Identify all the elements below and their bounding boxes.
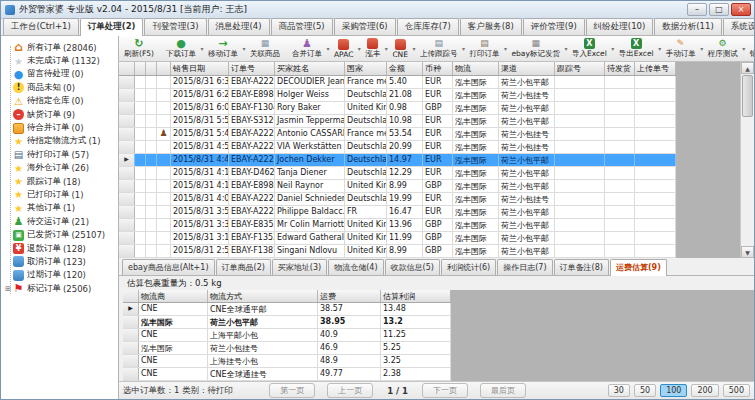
detail-tab[interactable]: 利润统计(6) bbox=[441, 259, 496, 275]
page-size-button[interactable]: 200 bbox=[691, 384, 718, 397]
freight-row[interactable]: 泓丰国际 荷兰小包挂号 46.9 5.25 bbox=[123, 342, 451, 355]
column-header-provider[interactable]: 物流商 bbox=[139, 290, 208, 302]
sidebar-item[interactable]: 未完成订单 (1132) bbox=[5, 54, 118, 67]
detail-tab[interactable]: 物流仓储(4) bbox=[328, 259, 383, 275]
sidebar-item[interactable]: 跟踪订单 (18) bbox=[5, 175, 118, 188]
nav-tab[interactable]: 数据分析(11) bbox=[654, 18, 721, 35]
detail-tab[interactable]: 操作日志(7) bbox=[497, 259, 552, 275]
nav-tab[interactable]: 纠纷处理(10) bbox=[586, 18, 653, 35]
column-header-upload[interactable]: 上传单号 bbox=[635, 62, 676, 75]
detail-tab[interactable]: 买家地址(3) bbox=[272, 259, 327, 275]
toolbar-button[interactable]: 下载订单 bbox=[163, 37, 199, 60]
nav-tab[interactable]: 客户服务(8) bbox=[460, 18, 522, 35]
column-header-profit[interactable]: 估算利润 bbox=[381, 290, 451, 302]
maximize-button[interactable]: □ bbox=[709, 3, 729, 16]
toolbar-button[interactable]: 导入Excel bbox=[569, 37, 610, 60]
column-header-logistics[interactable]: 物流 bbox=[453, 62, 499, 75]
toolbar-button[interactable]: 导出Excel bbox=[616, 37, 657, 60]
sidebar-item[interactable]: 海外仓订单 (26) bbox=[5, 162, 118, 175]
orders-vertical-scrollbar[interactable]: ▲ ▼ bbox=[740, 62, 754, 258]
sidebar-item[interactable]: 缺货订单 (9) bbox=[5, 108, 118, 121]
order-row[interactable]: 2015/8/31 3:30 EBAY-E8355 Mr Colin Marri… bbox=[119, 219, 676, 232]
freight-row[interactable]: CNE 上海平邮小包 40.9 11.25 bbox=[123, 329, 451, 342]
nav-tab[interactable]: 工作台(Ctrl+1) bbox=[3, 18, 79, 35]
sidebar-item[interactable]: 待打印订单 (57) bbox=[5, 148, 118, 161]
order-row[interactable]: 2015/8/31 4:53 EBAY-A22220 VIA Werkstätt… bbox=[119, 141, 676, 154]
sidebar-item[interactable]: 留言待处理 (0) bbox=[5, 68, 118, 81]
page-size-button[interactable]: 100 bbox=[660, 384, 687, 397]
column-header-date[interactable]: 销售日期 bbox=[171, 62, 229, 75]
nav-tab[interactable]: 采购管理(6) bbox=[334, 18, 396, 35]
sidebar-item[interactable]: 待指定物流方式 (1) bbox=[5, 135, 118, 148]
detail-tab[interactable]: 收款信息(5) bbox=[385, 259, 440, 275]
sidebar-item[interactable]: 所有订单 (28046) bbox=[5, 41, 118, 54]
order-row[interactable]: 2015/8/31 3:18 EBAY-F1353 Edward Gathera… bbox=[119, 232, 676, 245]
sidebar-item[interactable]: 过期订单 (120) bbox=[5, 269, 118, 282]
toolbar-button[interactable]: 泓丰 bbox=[362, 37, 383, 60]
sidebar-item[interactable]: 待指定仓库 (0) bbox=[5, 95, 118, 108]
column-header-tracking[interactable]: 跟踪号 bbox=[555, 62, 605, 75]
column-header-order[interactable]: 订单号 bbox=[229, 62, 275, 75]
column-header-country[interactable]: 国家 bbox=[345, 62, 387, 75]
order-row[interactable]: ▶ 2015/8/31 4:45 EBAY-A22219 Jochen Dekk… bbox=[119, 154, 676, 167]
column-header-picking[interactable]: 待发货 bbox=[605, 62, 635, 75]
toolbar-button[interactable]: 上传跟踪号 bbox=[417, 37, 461, 60]
freight-row[interactable]: CNE CNE全球通挂号 49.77 2.38 bbox=[123, 368, 451, 381]
toolbar-button[interactable]: 程序测试 bbox=[705, 37, 741, 60]
column-header-buyer[interactable]: 买家姓名 bbox=[275, 62, 345, 75]
next-page-button[interactable]: 下一页 bbox=[422, 383, 468, 398]
nav-tab[interactable]: 刊登管理(3) bbox=[144, 18, 206, 35]
order-row[interactable]: 2015/8/31 6:37 EBAY-A22238 DECOUDIER Jea… bbox=[119, 76, 676, 89]
toolbar-button[interactable]: 合并订单 bbox=[289, 37, 325, 60]
nav-tab[interactable]: 仓库库存(7) bbox=[397, 18, 459, 35]
scroll-down-icon[interactable]: ▼ bbox=[741, 246, 754, 258]
nav-tab[interactable]: 消息处理(4) bbox=[208, 18, 270, 35]
order-row[interactable]: 2015/8/31 6:00 EBAY-F1304 Rory Baker Uni… bbox=[119, 102, 676, 115]
first-page-button[interactable]: 第一页 bbox=[269, 383, 315, 398]
toolbar-button[interactable]: 打印订单 bbox=[466, 37, 502, 60]
toolbar-button[interactable]: APAC bbox=[331, 38, 356, 60]
order-row[interactable]: 2015/8/31 4:00 EBAY-A22218 Daniel Schnie… bbox=[119, 193, 676, 206]
order-row[interactable]: 2015/8/31 2:55 EBAY-F1381 Singani Ndlovu… bbox=[119, 245, 676, 258]
toolbar-button[interactable]: 手动订单 bbox=[663, 37, 699, 60]
order-row[interactable]: 2015/8/31 4:11 EBAY-E8986 Neil Raynor Un… bbox=[119, 180, 676, 193]
column-header-method[interactable]: 物流方式 bbox=[208, 290, 318, 302]
sidebar-item[interactable]: 其他订单 (1) bbox=[5, 202, 118, 215]
column-header-amount[interactable]: 金额 bbox=[387, 62, 423, 75]
nav-tab[interactable]: 订单处理(2) bbox=[80, 18, 144, 36]
column-header-fee[interactable]: 运费 bbox=[318, 290, 381, 302]
sidebar-item[interactable]: ⊞ 标记订单 (2506) bbox=[5, 282, 118, 295]
detail-tab[interactable]: 运费估算(9) bbox=[610, 259, 667, 276]
toolbar-button[interactable]: CNE bbox=[389, 38, 411, 60]
order-row[interactable]: 2015/8/31 4:15 EBAY-D4622 Tanja Diener D… bbox=[119, 167, 676, 180]
order-row[interactable]: 2015/8/31 3:53 EBAY-A22217 Philippe Bald… bbox=[119, 206, 676, 219]
last-page-button[interactable]: 最后页 bbox=[480, 383, 526, 398]
order-row[interactable]: 2015/8/31 5:58 EBAY-S3120 Jasmin Tepperm… bbox=[119, 115, 676, 128]
detail-tab[interactable]: 订单备注(8) bbox=[554, 259, 609, 275]
sidebar-item[interactable]: 已发货订单 (25107) bbox=[5, 228, 118, 241]
order-row[interactable]: 2015/8/31 6:23 EBAY-E8988 Holger Weiss D… bbox=[119, 89, 676, 102]
nav-tab[interactable]: 评价管理(9) bbox=[523, 18, 585, 35]
nav-tab[interactable]: 系统设置(12) bbox=[723, 18, 755, 35]
scroll-up-icon[interactable]: ▲ bbox=[741, 62, 754, 74]
sidebar-item[interactable]: 待交运订单 (21) bbox=[5, 215, 118, 228]
freight-row[interactable]: 泓丰国际 荷兰小包平邮 38.95 13.2 bbox=[123, 316, 451, 329]
column-header-currency[interactable]: 币种 bbox=[423, 62, 453, 75]
detail-tab[interactable]: ebay商品信息(Alt+1) bbox=[122, 259, 215, 275]
sidebar-item[interactable]: 退款订单 (128) bbox=[5, 242, 118, 255]
tree-expander-icon[interactable]: ⊞ bbox=[5, 285, 13, 293]
sidebar-item[interactable]: 待合并订单 (0) bbox=[5, 121, 118, 134]
toolbar-button[interactable]: ebay标记发货 bbox=[508, 37, 562, 60]
column-header-channel[interactable]: 渠道 bbox=[499, 62, 555, 75]
order-row[interactable]: 2015/8/31 5:47 EBAY-A22234 Antonio CASSA… bbox=[119, 128, 676, 141]
freight-row[interactable]: CNE 上海挂号小包 48.9 3.25 bbox=[123, 355, 451, 368]
sidebar-item[interactable]: 已打印订单 (1) bbox=[5, 188, 118, 201]
page-size-button[interactable]: 30 bbox=[608, 384, 630, 397]
page-size-button[interactable]: 50 bbox=[634, 384, 656, 397]
toolbar-button[interactable]: 关联商品 bbox=[247, 37, 283, 60]
close-button[interactable]: × bbox=[731, 3, 751, 16]
freight-row[interactable]: ▶ CNE CNE全球通平邮 38.57 13.48 bbox=[123, 303, 451, 316]
prev-page-button[interactable]: 上一页 bbox=[327, 383, 373, 398]
page-size-button[interactable]: 500 bbox=[723, 384, 750, 397]
detail-tab[interactable]: 订单商品(2) bbox=[216, 259, 271, 275]
